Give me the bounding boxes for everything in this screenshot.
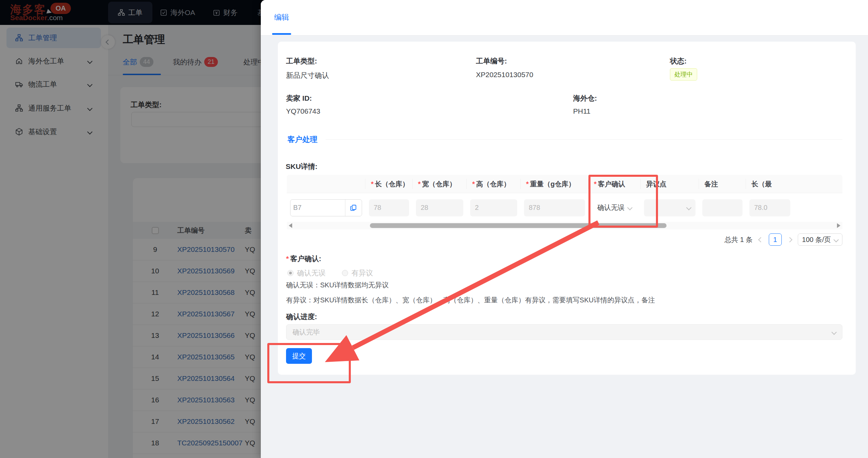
confirm-progress-label: 确认进度: [286,312,317,321]
customer-confirm-select[interactable]: 确认无误 [588,193,641,222]
copy-button[interactable] [345,200,362,216]
sku-col-length-new: 长（最 [746,179,842,189]
sku-col-weight: *重量（g仓库） [521,179,588,189]
chevron-down-icon [627,205,633,211]
edit-drawer: 编辑 工单类型: 新品尺寸确认 工单编号: XP202510130570 状态:… [261,0,868,458]
tab-edit[interactable]: 编辑 [274,12,289,23]
confirm-hint-1: 确认无误：SKU详情数据均无异议 [286,281,389,290]
work-order-type-value: 新品尺寸确认 [286,71,329,80]
seller-id-label: 卖家 ID: [286,94,312,103]
length-new-input: 78.0 [749,199,790,216]
sku-table-row: B7 78 28 2 878 确认无误 [287,193,842,223]
sku-table-header: *长（仓库） *宽（仓库） *高（仓库） *重量（g仓库） *客户确认 异议点 … [287,175,842,193]
radio-confirmed[interactable] [287,270,294,276]
page-number[interactable]: 1 [769,233,782,246]
scrollbar-thumb[interactable] [370,223,667,228]
sku-col-remark: 备注 [699,179,746,189]
submit-button[interactable]: 提交 [286,348,312,364]
scroll-left-arrow-icon[interactable] [289,223,292,228]
sku-pagination: 总共 1 条 1 100 条/页 [287,234,842,245]
drawer-card: 工单类型: 新品尺寸确认 工单编号: XP202510130570 状态: 处理… [278,42,856,375]
radio-objection[interactable] [342,270,348,276]
radio-label: 确认无误 [297,268,326,278]
order-no-value: XP202510130570 [476,71,533,79]
confirm-radio-group: 确认无误 有异议 [287,268,373,278]
next-page-icon[interactable] [787,237,792,242]
sku-table: *长（仓库） *宽（仓库） *高（仓库） *重量（g仓库） *客户确认 异议点 … [287,175,842,223]
weight-input: 878 [524,199,585,216]
remark-input [702,199,743,216]
sku-code-input[interactable]: B7 [290,199,362,216]
drawer-tabbar: 编辑 [261,0,868,35]
warehouse-label: 海外仓: [573,94,597,103]
confirm-progress-select: 确认完毕 [286,324,842,340]
work-order-type-label: 工单类型: [286,56,317,66]
section-title-customer-handling: 客户处理 [287,134,317,145]
width-input: 28 [416,199,463,216]
radio-label: 有异议 [351,268,373,278]
objection-select [644,199,695,216]
sku-col-length: *长（仓库） [365,179,413,189]
order-no-label: 工单编号: [476,56,507,66]
height-input: 2 [470,199,517,216]
drawer-tab-underline [272,33,291,35]
sku-col-blank [287,179,365,189]
pagination-total: 总共 1 条 [724,235,752,244]
sku-col-objection: 异议点 [641,179,699,189]
scroll-right-arrow-icon[interactable] [837,223,840,228]
length-input: 78 [369,199,409,216]
confirm-hint-2: 有异议：对SKU详情数据长（仓库）、宽（仓库）、高（仓库）、重量（仓库）有异议，… [286,296,655,305]
sku-detail-label: SKU详情: [286,162,317,171]
prev-page-icon[interactable] [758,237,763,242]
chevron-down-icon [832,329,837,335]
chevron-down-icon [686,205,692,211]
sku-col-width: *宽（仓库） [413,179,467,189]
sku-col-customer-confirm: *客户确认 [588,179,641,189]
status-badge: 处理中 [670,68,697,81]
section-divider [326,139,842,140]
sku-horizontal-scrollbar[interactable] [287,222,842,229]
status-label: 状态: [670,56,687,66]
customer-confirm-label: *客户确认: [286,254,321,263]
seller-id-value: YQ706743 [286,107,320,115]
sku-col-height: *高（仓库） [467,179,521,189]
copy-icon [350,204,357,212]
page-size-select[interactable]: 100 条/页 [798,233,842,246]
chevron-down-icon [834,237,839,242]
warehouse-value: PH11 [573,107,590,115]
